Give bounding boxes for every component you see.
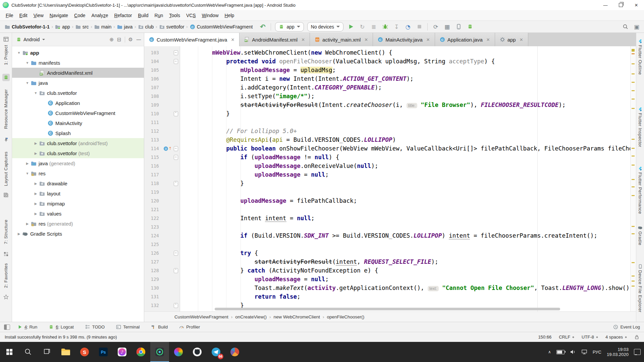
stripe-tab-flutter-inspector[interactable]: Flutter Inspector	[637, 106, 644, 147]
code-line[interactable]: 105 mUploadMessage = uploadMsg;	[144, 66, 631, 74]
taskbar-itunes[interactable]: ♪	[113, 342, 131, 362]
fold-marker-icon[interactable]: −	[172, 48, 180, 57]
chevron-collapsed-icon[interactable]: ▶	[33, 192, 39, 195]
debug-button[interactable]	[381, 23, 389, 31]
structure-stripe-icon[interactable]	[2, 250, 10, 258]
tool-window-button-build[interactable]: Build	[151, 324, 168, 329]
chevron-expanded-icon[interactable]: ▼	[16, 51, 22, 55]
tab-app[interactable]: app✕	[495, 33, 528, 46]
menu-analyze[interactable]: Analyze	[89, 11, 111, 19]
recent-changes-arrow[interactable]: ↶	[259, 23, 267, 31]
tree-item-application[interactable]: CApplication	[12, 98, 144, 108]
chevron-collapsed-icon[interactable]: ▶	[33, 141, 39, 145]
encoding-widget[interactable]: UTF-8	[582, 335, 598, 340]
battery-icon[interactable]	[556, 350, 565, 354]
fold-marker-icon[interactable]: −	[172, 249, 180, 257]
code-line[interactable]: 130 Toast.makeText(activity.getApplicati…	[144, 284, 631, 292]
project-stripe-icon[interactable]	[2, 36, 10, 43]
close-button[interactable]: ✕	[629, 0, 644, 10]
menu-vcs[interactable]: VCS	[183, 11, 199, 19]
override-marker-icon[interactable]: o↑	[162, 144, 172, 153]
code-line[interactable]: 116 uploadMessage.onReceiveValue(null);	[144, 162, 631, 170]
tree-item-values[interactable]: ▶values	[12, 208, 144, 219]
close-icon[interactable]: ✕	[231, 37, 234, 42]
stripe-tab-gradle[interactable]: Gradle	[637, 224, 644, 245]
code-line[interactable]: 126− try {	[144, 249, 631, 257]
close-icon[interactable]: ✕	[520, 37, 523, 42]
close-icon[interactable]: ✕	[426, 37, 430, 42]
tab-activity-main-xml[interactable]: <>activity_main.xml✕	[310, 33, 373, 46]
stripe-tab-device-file-explorer[interactable]: Device File Explorer	[637, 263, 644, 312]
code-line[interactable]: 121	[144, 205, 631, 214]
network-icon[interactable]	[581, 349, 587, 355]
fold-marker-icon[interactable]: ⌃	[172, 266, 180, 275]
avd-manager-button[interactable]	[454, 23, 463, 31]
breadcrumb-clubsvetofor-1-1[interactable]: ClubSvetofor-1-1	[5, 24, 50, 29]
search-button[interactable]	[19, 342, 38, 362]
breadcrumb-customwebviewfragment[interactable]: CCustomWebViewFragment	[190, 24, 253, 29]
tree-item-res[interactable]: ▼res	[12, 168, 144, 178]
taskbar-photoshop[interactable]: Ps	[94, 342, 113, 362]
start-button[interactable]	[0, 342, 19, 362]
chevron-expanded-icon[interactable]: ▼	[24, 172, 30, 175]
taskbar-downloader-app[interactable]: S	[75, 342, 94, 362]
code-line[interactable]: 118⌃ }	[144, 179, 631, 188]
menu-help[interactable]: Help	[222, 11, 237, 19]
device-select[interactable]: No devices	[307, 22, 343, 32]
clock[interactable]: 19:03 19.03.2020	[607, 347, 629, 357]
tree-item-club-svettofor[interactable]: ▼club.svettofor	[12, 88, 144, 98]
code-line[interactable]: 128⌃ } catch (ActivityNotFoundException …	[144, 266, 631, 275]
tree-item-club-svettofor[interactable]: ▶club.svettofor (androidTest)	[12, 138, 144, 148]
code-line[interactable]: 129 uploadMessage = null;	[144, 275, 631, 284]
favorites-star-icon[interactable]	[2, 293, 10, 301]
breadcrumb-java[interactable]: java	[117, 24, 133, 29]
locate-file-button[interactable]: ⊕	[109, 37, 114, 43]
attach-profiler-button[interactable]: ↧	[392, 23, 400, 31]
fold-marker-icon[interactable]: −	[172, 57, 180, 66]
stripe-tab-resource-manager[interactable]: Resource Manager	[3, 89, 8, 129]
code-line[interactable]: 109 startActivityForResult(Intent.create…	[144, 101, 631, 109]
run-button[interactable]	[347, 23, 355, 31]
editor-breadcrumb-item[interactable]: openFileChooser()	[327, 314, 364, 319]
chevron-expanded-icon[interactable]: ▼	[33, 91, 39, 95]
tool-window-button-profiler[interactable]: Profiler	[179, 324, 200, 329]
menu-tools[interactable]: Tools	[166, 11, 183, 19]
chevron-collapsed-icon[interactable]: ▶	[33, 152, 39, 155]
code-line[interactable]: 122 Intent intent = null;	[144, 214, 631, 223]
chevron-collapsed-icon[interactable]: ▶	[24, 162, 30, 165]
menu-refactor[interactable]: Refactor	[111, 11, 135, 19]
chevron-collapsed-icon[interactable]: ▶	[24, 222, 30, 226]
tree-item-drawable[interactable]: ▶drawable	[12, 178, 144, 188]
chevron-expanded-icon[interactable]: ▼	[24, 81, 30, 85]
code-line[interactable]: 119	[144, 188, 631, 196]
fold-marker-icon[interactable]: −	[172, 153, 180, 162]
language-indicator[interactable]: РУС	[593, 350, 601, 355]
tree-item-java[interactable]: ▼java	[12, 78, 144, 88]
tab-androidmanifest-xml[interactable]: MFAndroidManifest.xml✕	[239, 33, 310, 46]
restore-button[interactable]	[613, 0, 629, 10]
sdk-manager-button[interactable]	[466, 23, 474, 31]
volume-icon[interactable]	[570, 349, 576, 355]
code-line[interactable]: 125	[144, 240, 631, 249]
code-line[interactable]: 112 // For Lollipop 5.0+	[144, 127, 631, 135]
code-line[interactable]: 107 i.addCategory(Intent.CATEGORY_OPENAB…	[144, 83, 631, 92]
caret-position-widget[interactable]: 150:66	[538, 335, 551, 340]
stripe-tab-layout-captures[interactable]: Layout Captures	[3, 152, 8, 186]
breadcrumb-main[interactable]: main	[94, 24, 111, 29]
chevron-collapsed-icon[interactable]: ▶	[33, 182, 39, 185]
code-line[interactable]: 110⌃ }	[144, 109, 631, 118]
stripe-tab-flutter-performance[interactable]: Flutter Performance	[637, 165, 644, 214]
breadcrumb-src[interactable]: src	[75, 24, 89, 29]
tool-window-button-4-run[interactable]: 4: Run	[17, 324, 37, 329]
tree-item-layout[interactable]: ▶layout	[12, 188, 144, 198]
tree-item-java[interactable]: ▶✳java (generated)	[12, 158, 144, 168]
stripe-tab-flutter-outline[interactable]: Flutter Outline	[637, 38, 644, 75]
stripe-tab-structure[interactable]: 7: Structure	[3, 220, 8, 244]
project-structure-button[interactable]: ▣	[633, 23, 641, 31]
pin-stripe-icon[interactable]	[2, 136, 10, 143]
tree-item-customwebviewfragment[interactable]: CCustomWebViewFragment	[12, 108, 144, 118]
taskbar-google-photos[interactable]	[169, 342, 188, 362]
action-center-icon[interactable]	[634, 349, 641, 355]
tree-item-androidmanifest-xml[interactable]: MFAndroidManifest.xml	[12, 68, 144, 78]
horizontal-scrollbar[interactable]	[215, 308, 560, 310]
